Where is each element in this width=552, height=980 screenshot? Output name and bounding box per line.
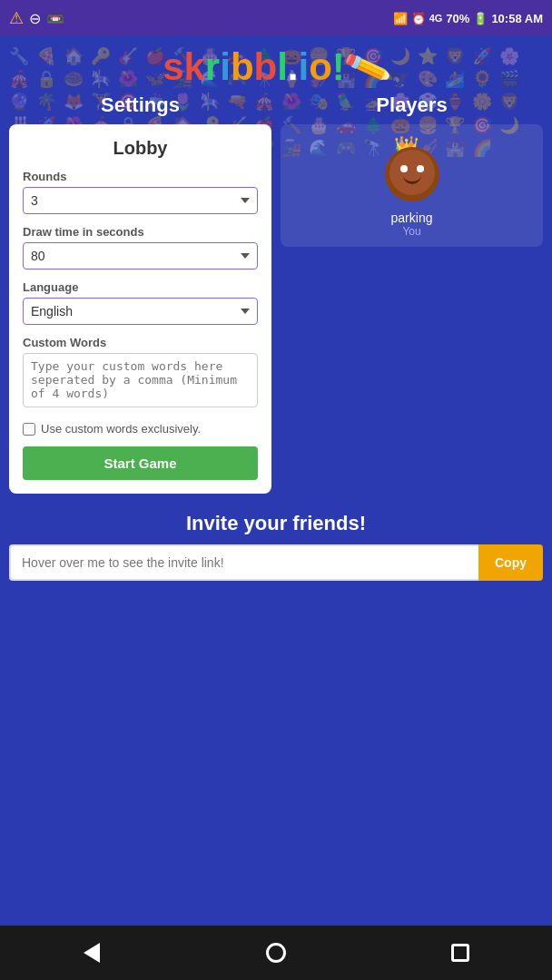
app-header: skribbl.io!✏️ — [0, 36, 552, 93]
custom-words-textarea[interactable] — [23, 353, 258, 407]
home-button[interactable] — [249, 935, 303, 971]
copy-button[interactable]: Copy — [478, 544, 543, 581]
rounds-select[interactable]: 3 2 4 5 6 7 8 — [23, 187, 258, 214]
player-you-tag: You — [402, 225, 420, 238]
language-group: Language English German French — [23, 280, 258, 325]
app-logo: skribbl.io!✏️ — [0, 45, 552, 89]
main-content: 🔧🍕🏠🔑🎸🍎🔨🎂🚗🌲🎃🍔🏆🎯🌙⭐🦁🚀🌸🎪🔒🍩🎠🌺🦋🚂🌊🎮🔭🍦🎻🏰🌈🦅🎨🏄🌻🎬🔮🌴… — [0, 36, 552, 944]
main-columns: Settings Lobby Rounds 3 2 4 5 6 7 8 — [0, 93, 552, 494]
settings-card: Lobby Rounds 3 2 4 5 6 7 8 — [9, 124, 271, 494]
draw-time-label: Draw time in seconds — [23, 225, 258, 239]
logo-char-s: s — [163, 45, 183, 88]
battery-percent: 70% — [446, 12, 469, 25]
recent-button[interactable] — [433, 935, 488, 971]
avatar-eye-right — [417, 165, 424, 172]
logo-exclaim: ! — [332, 45, 345, 88]
alarm-icon: ⏰ — [411, 12, 426, 25]
signal-icon: 📶 — [393, 12, 408, 25]
logo-char-b2: b — [254, 45, 278, 88]
avatar-smile — [403, 175, 421, 184]
logo-char-b: b — [231, 45, 254, 88]
lobby-title: Lobby — [23, 138, 258, 159]
invite-section: Invite your friends! Copy — [0, 512, 552, 581]
battery-icon: 🔋 — [473, 12, 488, 25]
settings-panel: Settings Lobby Rounds 3 2 4 5 6 7 8 — [9, 93, 271, 494]
avatar-eye-left — [400, 165, 408, 172]
language-label: Language — [23, 280, 258, 294]
language-select[interactable]: English German French — [23, 298, 258, 325]
rounds-group: Rounds 3 2 4 5 6 7 8 — [23, 170, 258, 214]
start-game-button[interactable]: Start Game — [23, 446, 258, 480]
settings-title: Settings — [9, 93, 271, 117]
custom-words-label: Custom Words — [23, 336, 258, 349]
logo-char-i2: i — [299, 45, 310, 88]
logo-dot: . — [288, 45, 299, 88]
status-bar: ⚠ ⊖ 📼 📶 ⏰ 4G 70% 🔋 10:58 AM — [0, 0, 552, 36]
avatar: 👑 — [376, 133, 448, 206]
draw-time-group: Draw time in seconds 80 30 40 50 60 70 9… — [23, 225, 258, 270]
exclusive-label: Use custom words exclusively. — [41, 422, 201, 436]
players-panel: Players 👑 parking You — [281, 93, 543, 494]
pencil-icon: ✏️ — [341, 42, 395, 93]
exclusive-checkbox[interactable] — [23, 423, 35, 436]
recent-square-icon — [451, 944, 469, 962]
home-circle-icon — [266, 943, 286, 963]
exclusive-checkbox-row: Use custom words exclusively. — [23, 422, 258, 436]
invite-row: Copy — [9, 544, 543, 581]
avatar-eyes — [400, 165, 424, 172]
custom-words-group: Custom Words — [23, 336, 258, 411]
warning-icon: ⚠ — [9, 8, 24, 28]
logo-char-k: k — [183, 45, 204, 88]
logo-char-r: r — [205, 45, 220, 88]
bottom-nav — [0, 926, 552, 980]
invite-title: Invite your friends! — [9, 512, 543, 535]
player-name: parking — [391, 211, 433, 225]
status-bar-right: 📶 ⏰ 4G 70% 🔋 10:58 AM — [393, 12, 543, 25]
invite-link-input[interactable] — [9, 544, 478, 581]
minus-icon: ⊖ — [29, 10, 41, 27]
logo-char-i: i — [220, 45, 231, 88]
draw-time-select[interactable]: 80 30 40 50 60 70 90 100 — [23, 242, 258, 270]
cassette-icon: 📼 — [46, 10, 64, 27]
back-triangle-icon — [84, 943, 100, 963]
avatar-face — [389, 150, 435, 195]
players-title: Players — [281, 93, 543, 117]
logo-char-l: l — [277, 45, 288, 88]
network-icon: 4G — [429, 13, 443, 24]
time: 10:58 AM — [491, 12, 543, 25]
player-card: 👑 parking You — [281, 124, 543, 247]
back-button[interactable] — [64, 935, 119, 971]
rounds-label: Rounds — [23, 170, 258, 183]
logo-char-o: o — [309, 45, 332, 88]
status-bar-left: ⚠ ⊖ 📼 — [9, 8, 64, 28]
